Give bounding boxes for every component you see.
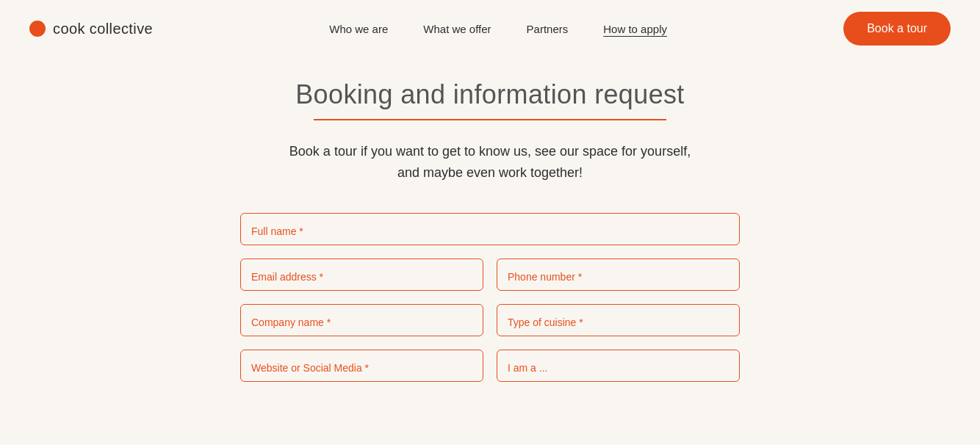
site-header: cook collective Who we are What we offer… (0, 0, 980, 57)
form-row-website-role (240, 350, 740, 382)
form-row-email-phone (240, 258, 740, 291)
book-tour-button[interactable]: Book a tour (843, 12, 951, 46)
nav-how-to-apply[interactable]: How to apply (603, 23, 667, 35)
website-input[interactable] (240, 350, 483, 382)
booking-form (240, 213, 740, 382)
nav-who-we-are[interactable]: Who we are (329, 23, 388, 35)
logo-text: cook collective (53, 21, 153, 37)
page-description: Book a tour if you want to get to know u… (284, 141, 696, 184)
title-underline (314, 119, 666, 120)
main-content: Booking and information request Book a t… (0, 57, 980, 411)
page-title: Booking and information request (295, 79, 685, 110)
form-row-company-cuisine (240, 304, 740, 336)
nav-partners[interactable]: Partners (527, 23, 569, 35)
role-input[interactable] (497, 350, 740, 382)
email-input[interactable] (240, 258, 483, 291)
website-field (240, 350, 483, 382)
main-nav: Who we are What we offer Partners How to… (329, 23, 667, 35)
full-name-field (240, 213, 740, 245)
phone-field (497, 258, 740, 291)
logo-dot (29, 21, 46, 37)
role-field (497, 350, 740, 382)
nav-what-we-offer[interactable]: What we offer (423, 23, 491, 35)
email-field (240, 258, 483, 291)
company-input[interactable] (240, 304, 483, 336)
cuisine-input[interactable] (497, 304, 740, 336)
cuisine-field (497, 304, 740, 336)
company-field (240, 304, 483, 336)
logo-link[interactable]: cook collective (29, 21, 153, 37)
form-row-fullname (240, 213, 740, 245)
phone-input[interactable] (497, 258, 740, 291)
full-name-input[interactable] (240, 213, 740, 245)
